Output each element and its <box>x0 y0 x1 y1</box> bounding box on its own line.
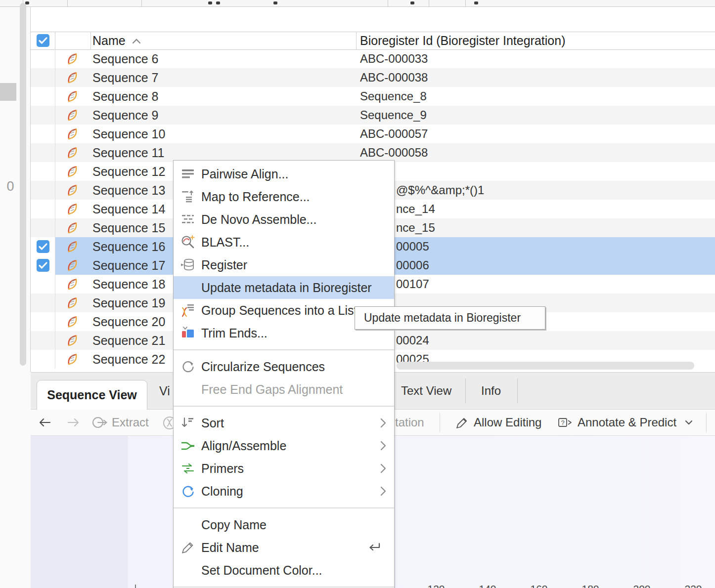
table-row[interactable]: Sequence 8Sequence_8 <box>31 87 715 106</box>
table-horizontal-scrollbar[interactable] <box>397 362 694 370</box>
row-checkbox-cell[interactable] <box>31 49 55 68</box>
menu-item[interactable]: Sort <box>174 412 394 434</box>
table-vertical-scrollbar[interactable] <box>20 3 26 366</box>
column-divider <box>55 350 55 369</box>
ruler-tick-label: 120 <box>426 584 446 588</box>
sequence-name: Sequence 12 <box>92 162 165 181</box>
row-checkbox-cell[interactable] <box>31 162 55 181</box>
circularize-icon <box>180 359 195 374</box>
dna-sequence-icon <box>66 165 80 178</box>
clipped-tab-text-fragment <box>273 1 277 4</box>
register-icon <box>180 257 195 272</box>
header-column-divider[interactable] <box>90 32 91 49</box>
menu-item[interactable]: Map to Reference... <box>174 185 394 208</box>
menu-item[interactable]: Update metadata in Bioregister <box>174 276 394 299</box>
header-column-divider[interactable] <box>55 32 55 49</box>
tab-divider <box>465 378 466 403</box>
menu-item[interactable]: De Novo Assemble... <box>174 208 394 231</box>
chevron-right-icon <box>379 485 387 499</box>
select-all-checkbox[interactable] <box>37 34 49 47</box>
tab-text-view[interactable]: Text View <box>401 373 451 409</box>
annotate-predict-button[interactable]: Annotate & Predict <box>578 410 676 435</box>
row-checkbox-cell[interactable] <box>31 331 55 350</box>
panel-divider-handle[interactable] <box>0 83 16 101</box>
bioregister-id: ABC-000033 <box>360 49 428 68</box>
table-row[interactable]: Sequence 9Sequence_9 <box>31 106 715 125</box>
menu-item-label: BLAST... <box>201 231 249 253</box>
app-window: 0 Name Bioregister Id (Bioregister Integ… <box>0 0 715 588</box>
menu-item[interactable]: Cloning <box>174 480 394 503</box>
table-row[interactable]: Sequence 7ABC-000038 <box>31 68 715 87</box>
row-checkbox[interactable] <box>37 259 49 272</box>
name-column-header[interactable]: Name <box>92 32 126 49</box>
map-to-reference-icon <box>180 189 195 204</box>
menu-item[interactable]: Primers <box>174 457 394 480</box>
menu-item[interactable]: Register <box>174 253 394 276</box>
menu-item[interactable]: Edit Name <box>174 536 394 559</box>
menu-item-label: Register <box>201 253 247 276</box>
menu-item[interactable]: Set Document Color... <box>174 559 394 582</box>
bioregister-id: Sequence_8 <box>360 87 427 106</box>
clipped-tab-text-fragment <box>208 1 212 4</box>
dna-sequence-icon <box>66 315 80 329</box>
svg-text:?: ? <box>561 419 564 426</box>
menu-item[interactable]: Pairwise Align... <box>174 163 394 185</box>
row-checkbox-cell[interactable] <box>31 237 55 256</box>
column-divider <box>55 275 55 294</box>
pairwise-align-icon <box>180 167 195 181</box>
menu-item-label: Circularize Sequences <box>201 355 325 378</box>
menu-item-label: De Novo Assemble... <box>201 208 316 231</box>
blast-icon <box>180 235 195 250</box>
menu-item[interactable]: BLAST... <box>174 231 394 253</box>
bioregister-id: 00107 <box>396 275 429 294</box>
row-checkbox-cell[interactable] <box>31 181 55 200</box>
row-checkbox-cell[interactable] <box>31 350 55 369</box>
chevron-down-icon[interactable] <box>684 419 693 428</box>
table-row[interactable]: Sequence 6ABC-000033 <box>31 49 715 68</box>
table-row[interactable]: Sequence 11ABC-000058 <box>31 143 715 162</box>
tab-sequence-view[interactable]: Sequence View <box>37 380 147 410</box>
extract-button[interactable]: Extract <box>112 410 149 435</box>
sequence-name: Sequence 16 <box>92 237 165 256</box>
header-column-divider[interactable] <box>356 32 357 49</box>
dna-sequence-icon <box>66 296 80 310</box>
clipped-tab-text-fragment <box>410 1 414 4</box>
dna-sequence-icon <box>66 52 80 66</box>
row-checkbox-cell[interactable] <box>31 87 55 106</box>
sequence-name: Sequence 19 <box>92 294 165 312</box>
row-checkbox-cell[interactable] <box>31 256 55 275</box>
row-checkbox-cell[interactable] <box>31 125 55 143</box>
extract-icon[interactable] <box>92 416 108 431</box>
menu-item[interactable]: Align/Assemble <box>174 434 394 457</box>
row-checkbox-cell[interactable] <box>31 106 55 125</box>
top-tab-strip <box>0 0 715 7</box>
back-arrow-icon[interactable] <box>38 416 51 431</box>
menu-item-label: Cloning <box>201 480 243 503</box>
top-tab-divider <box>388 0 388 6</box>
tab-partial[interactable]: Vi <box>159 373 170 409</box>
annotation-button-fragment[interactable]: tation <box>395 410 424 435</box>
table-row[interactable]: Sequence 10ABC-000057 <box>31 125 715 143</box>
row-checkbox-cell[interactable] <box>31 68 55 87</box>
row-checkbox-cell[interactable] <box>31 200 55 218</box>
allow-editing-button[interactable]: Allow Editing <box>474 410 541 435</box>
tab-info[interactable]: Info <box>481 373 501 409</box>
clipped-tab-text-fragment <box>216 1 220 4</box>
forward-arrow-icon[interactable] <box>67 416 81 431</box>
row-checkbox-cell[interactable] <box>31 312 55 331</box>
menu-item[interactable]: Circularize Sequences <box>174 355 394 378</box>
row-checkbox[interactable] <box>37 240 49 253</box>
menu-separator <box>174 587 394 588</box>
row-checkbox-cell[interactable] <box>31 143 55 162</box>
sequence-name: Sequence 20 <box>92 312 165 331</box>
row-checkbox-cell[interactable] <box>31 294 55 312</box>
row-checkbox-cell[interactable] <box>31 218 55 237</box>
sort-ascending-icon[interactable] <box>132 38 141 46</box>
sequence-name: Sequence 14 <box>92 200 165 218</box>
row-checkbox-cell[interactable] <box>31 275 55 294</box>
sort-icon <box>180 416 195 430</box>
menu-item[interactable]: Copy Name <box>174 513 394 536</box>
column-divider <box>55 200 55 218</box>
ruler-tick-label: 160 <box>529 584 549 588</box>
bioregister-column-header[interactable]: Bioregister Id (Bioregister Integration) <box>360 32 565 49</box>
